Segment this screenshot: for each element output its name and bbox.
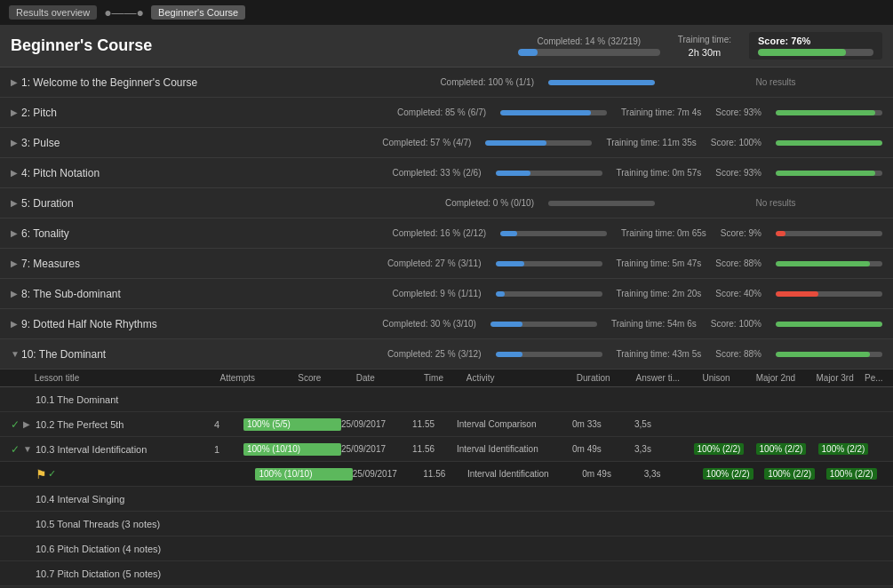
results-overview-button[interactable]: Results overview [9,5,97,20]
completed-text: Completed: 0 % (0/10) [445,198,534,208]
expand-icon: ▶ [11,289,21,298]
module-name: 1: Welcome to the Beginner's Course [21,76,199,89]
completed-bar [496,261,602,266]
col-header-score: Score [263,373,356,383]
lesson-attempts: 1 [190,444,243,455]
module-row[interactable]: ▶ 5: Duration Completed: 0 % (0/10) No r… [0,188,893,219]
lesson-score-sub: 100% (10/10) [255,468,352,481]
training-text: Training time: 11m 35s [606,138,696,147]
lesson-attempts: 4 [190,419,243,430]
training-text: Training time: 7m 4s [621,107,701,117]
lesson-time-sub: 11.56 [423,469,467,479]
col-header-time: Time [424,373,466,383]
lesson-activity: Interval Identification [457,444,572,454]
expand-lesson-icon[interactable]: ▶ [23,419,36,429]
no-results-text: No results [669,198,882,208]
module-row[interactable]: ▶ 8: The Sub-dominant Completed: 9 % (1/… [0,279,893,309]
module-name: 3: Pulse [21,137,199,149]
expand-icon: ▶ [11,319,21,329]
expand-lesson-icon[interactable]: ▼ [23,444,36,454]
module-row[interactable]: ▶ 7: Measures Completed: 27 % (3/11) Tra… [0,249,893,279]
no-results-text: No results [669,77,882,87]
col-header-activity: Activity [466,373,577,383]
completed-text: Completed: 25 % (3/12) [387,349,482,359]
module-stats: Completed: 30 % (3/10) Training time: 54… [382,319,882,329]
lesson-unison-sub: 100% (2/2) [697,468,759,480]
lesson-row[interactable]: ✓ ▼ 10.3 Interval Identification 1 100% … [0,437,893,462]
module-name: 7: Measures [21,258,199,270]
module-row[interactable]: ▶ 2: Pitch Completed: 85 % (6/7) Trainin… [0,98,893,128]
completed-text: Completed: 57 % (4/7) [382,138,471,147]
module-name: 4: Pitch Notation [21,167,199,179]
module-name: 10: The Dominant [21,348,199,361]
col-header-attempts: Attempts [212,373,263,383]
col-header-lesson: Lesson title [35,373,212,383]
lesson-row[interactable]: 10.5 Tonal Threads (3 notes) [0,512,893,536]
expand-icon: ▶ [11,228,21,238]
module-row[interactable]: ▶ 6: Tonality Completed: 16 % (2/12) Tra… [0,219,893,249]
score-bar [776,352,882,357]
page-title: Beginner's Course [11,36,518,55]
training-text: Training time: 0m 65s [621,228,706,238]
expand-icon: ▶ [11,107,21,117]
lesson-answer-time: 3,5s [634,419,688,429]
lesson-answer-time-sub: 3,3s [644,469,698,479]
score-text: Score: 88% [715,258,761,268]
module-stats: Completed: 57 % (4/7) Training time: 11m… [382,138,882,147]
lesson-check-icon: ✓ [11,443,23,456]
col-header-date: Date [356,373,424,383]
completed-progress-bar [518,49,660,56]
lesson-duration: 0m 33s [572,419,634,429]
module-stats: Completed: 25 % (3/12) Training time: 43… [387,349,882,359]
lesson-row[interactable]: 10.6 Pitch Dictation (4 notes) [0,536,893,561]
score-bar [776,291,882,297]
training-text: Training time: 43m 5s [617,349,702,359]
training-value: 2h 30m [689,47,722,58]
module-row[interactable]: ▶ 9: Dotted Half Note Rhythms Completed:… [0,309,893,339]
expand-icon: ▶ [11,168,21,178]
module-row[interactable]: ▶ 4: Pitch Notation Completed: 33 % (2/6… [0,158,893,188]
module-row[interactable]: ▶ 3: Pulse Completed: 57 % (4/7) Trainin… [0,128,893,158]
completed-stat: Completed: 14 % (32/219) [518,36,660,56]
module-row[interactable]: ▶ 1: Welcome to the Beginner's Course Co… [0,68,893,98]
table-header: Lesson title Attempts Score Date Time Ac… [0,369,893,387]
score-text: Score: 100% [711,319,761,329]
lesson-name: 10.3 Interval Identification [36,444,190,455]
col-header-major2nd: Major 2nd [745,373,805,383]
training-text: Training time: 54m 6s [611,319,697,329]
lesson-duration-sub: 0m 49s [582,469,644,479]
lesson-duration: 0m 49s [572,444,634,454]
completed-text: Completed: 85 % (6/7) [397,107,486,117]
completed-text: Completed: 16 % (2/12) [392,228,486,238]
lesson-time: 11.55 [412,419,457,429]
flag-placeholder: ⚑ [36,467,48,481]
score-text: Score: 93% [715,107,761,117]
training-text: Training time: 5m 47s [617,258,702,268]
score-progress-bar [758,49,873,56]
lesson-sub-row[interactable]: ⚑ ✓ 100% (10/10) 25/09/2017 11.56 Interv… [0,462,893,487]
module-row-expanded[interactable]: ▼ 10: The Dominant Completed: 25 % (3/12… [0,339,893,369]
lesson-name: 10.1 The Dominant [36,394,190,405]
module-stats: Completed: 85 % (6/7) Training time: 7m … [397,107,882,117]
lesson-row[interactable]: 10.7 Pitch Dictation (5 notes) [0,561,893,586]
lesson-row[interactable]: 10.4 Interval Singing [0,487,893,512]
score-bar [776,171,882,176]
lesson-row[interactable]: 10.1 The Dominant [0,387,893,412]
lesson-major3rd: 100% (2/2) [812,443,874,455]
lesson-name: 10.6 Pitch Dictation (4 notes) [36,544,190,554]
lesson-major2nd-sub: 100% (2/2) [759,468,821,480]
header-stats: Completed: 14 % (32/219) Training time: … [518,32,882,60]
lesson-check-icon: ✓ [11,418,23,431]
lesson-activity-sub: Interval Identification [467,469,582,479]
lesson-name: 10.2 The Perfect 5th [36,419,190,430]
completed-bar [485,140,592,146]
module-stats: Completed: 33 % (2/6) Training time: 0m … [392,168,882,178]
completed-bar [490,322,597,327]
module-stats: Completed: 16 % (2/12) Training time: 0m… [392,228,882,238]
training-text: Training time: 0m 57s [617,168,702,178]
lesson-row[interactable]: ✓ ▶ 10.2 The Perfect 5th 4 100% (5/5) 25… [0,412,893,437]
module-stats: Completed: 0 % (0/10) No results [445,198,882,208]
module-name: 5: Duration [21,197,199,210]
expand-icon: ▶ [11,77,21,87]
nav-bar: Results overview ●——● Beginner's Course [0,0,893,25]
